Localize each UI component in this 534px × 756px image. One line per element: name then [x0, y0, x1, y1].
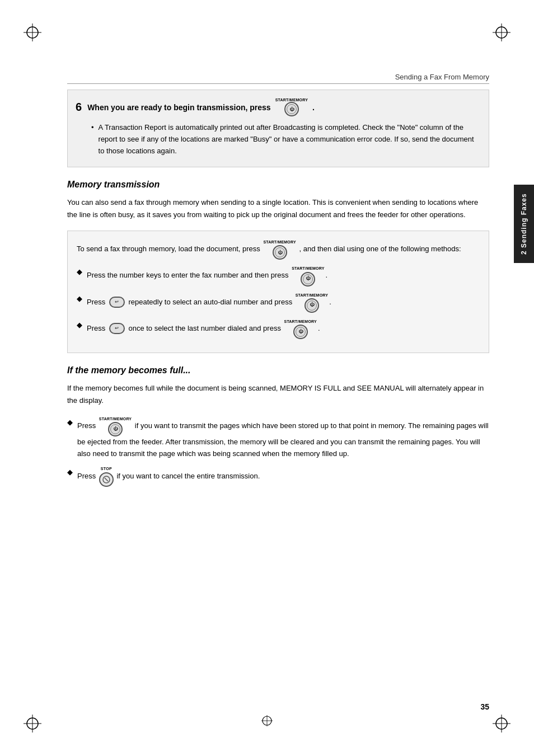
- inner-intro-text1: To send a fax through memory, load the d…: [77, 245, 260, 253]
- reg-mark-tl: [22, 22, 43, 43]
- memory-transmission-inner-box: To send a fax through memory, load the d…: [67, 231, 489, 353]
- page-number: 35: [480, 702, 489, 711]
- mf-item-1: ◆ Press START/MEMORY ⏻ if you want to tr…: [67, 416, 489, 460]
- mf-item-2: ◆ Press STOP if you want to cancel the e…: [67, 466, 489, 487]
- start-memory-button-step6: START/MEMORY ⏻: [275, 98, 308, 116]
- side-tab-text: 2 Sending Faxes: [520, 193, 528, 255]
- diamond-3: ◆: [77, 320, 82, 331]
- page-header: Sending a Fax From Memory: [67, 73, 489, 84]
- stop-button: STOP: [99, 466, 114, 487]
- memory-transmission-body: You can also send a fax through memory w…: [67, 196, 489, 221]
- step6-bullet-text: A Transaction Report is automatically pr…: [99, 122, 479, 157]
- step6-content: • A Transaction Report is automatically …: [91, 122, 479, 157]
- memory-transmission-section: Memory transmission You can also send a …: [67, 180, 489, 353]
- header-title: Sending a Fax From Memory: [395, 73, 489, 81]
- start-memory-button-intro: START/MEMORY ⏻: [263, 239, 296, 260]
- reg-mark-bl: [22, 713, 43, 734]
- diamond-1: ◆: [77, 266, 82, 278]
- redial-button-item3: ↩: [109, 323, 125, 334]
- start-memory-button-item2: START/MEMORY ⏻: [296, 292, 328, 313]
- start-memory-button-item3: START/MEMORY ⏻: [284, 318, 317, 339]
- mf-item-2-text: Press STOP if you want to cancel the ent…: [77, 466, 260, 487]
- stop-circle: [99, 472, 114, 487]
- mt-item-3-text: Press ↩ once to select the last number d…: [87, 318, 320, 339]
- diamond-mf-2: ◆: [67, 467, 73, 478]
- start-memory-circle-intro: ⏻: [273, 245, 287, 260]
- memory-transmission-heading: Memory transmission: [67, 180, 489, 190]
- mt-item-2: ◆ Press ↩ repeatedly to select an auto-d…: [77, 292, 480, 313]
- start-memory-button-item1: START/MEMORY ⏻: [292, 265, 324, 286]
- memory-full-body: If the memory becomes full while the doc…: [67, 382, 489, 407]
- start-memory-inner-intro: ⏻: [275, 247, 285, 257]
- bottom-center-mark: [260, 714, 274, 729]
- mt-item-1-text: Press the number keys to enter the fax n…: [87, 265, 327, 286]
- svg-line-16: [105, 478, 108, 481]
- mt-item-2-text: Press ↩ repeatedly to select an auto-dia…: [87, 292, 331, 313]
- reg-mark-tr: [491, 22, 512, 43]
- step6-period: .: [312, 103, 315, 112]
- memory-full-section: If the memory becomes full... If the mem…: [67, 365, 489, 487]
- start-memory-button-mf1: START/MEMORY ⏻: [99, 416, 132, 436]
- memory-full-heading: If the memory becomes full...: [67, 365, 489, 375]
- start-memory-label-intro: START/MEMORY: [263, 239, 296, 246]
- step6-box: 6 When you are ready to begin transmissi…: [67, 90, 489, 167]
- redial-button-item2: ↩: [109, 297, 125, 308]
- step6-title: 6 When you are ready to begin transmissi…: [76, 98, 479, 116]
- mf-item-1-text: Press START/MEMORY ⏻ if you want to tran…: [77, 416, 489, 460]
- page: 2 Sending Faxes Sending a Fax From Memor…: [0, 0, 534, 756]
- diamond-2: ◆: [77, 293, 82, 305]
- start-memory-circle-step6: ⏻: [284, 102, 299, 116]
- step6-title-text: When you are ready to begin transmission…: [87, 103, 271, 112]
- inner-box-intro: To send a fax through memory, load the d…: [77, 239, 480, 260]
- start-memory-label-step6: START/MEMORY: [275, 98, 308, 102]
- inner-intro-text2: , and then dial using one of the followi…: [299, 245, 461, 253]
- stop-label: STOP: [101, 466, 112, 472]
- step6-number: 6: [76, 101, 82, 114]
- mt-item-1: ◆ Press the number keys to enter the fax…: [77, 265, 480, 286]
- bullet-dot: •: [91, 122, 94, 157]
- start-memory-inner-step6: ⏻: [287, 104, 297, 114]
- side-tab: 2 Sending Faxes: [514, 185, 534, 263]
- mt-item-3: ◆ Press ↩ once to select the last number…: [77, 318, 480, 339]
- reg-mark-br: [491, 713, 512, 734]
- main-content: 6 When you are ready to begin transmissi…: [67, 90, 489, 689]
- step6-bullet: • A Transaction Report is automatically …: [91, 122, 479, 157]
- diamond-mf-1: ◆: [67, 417, 73, 429]
